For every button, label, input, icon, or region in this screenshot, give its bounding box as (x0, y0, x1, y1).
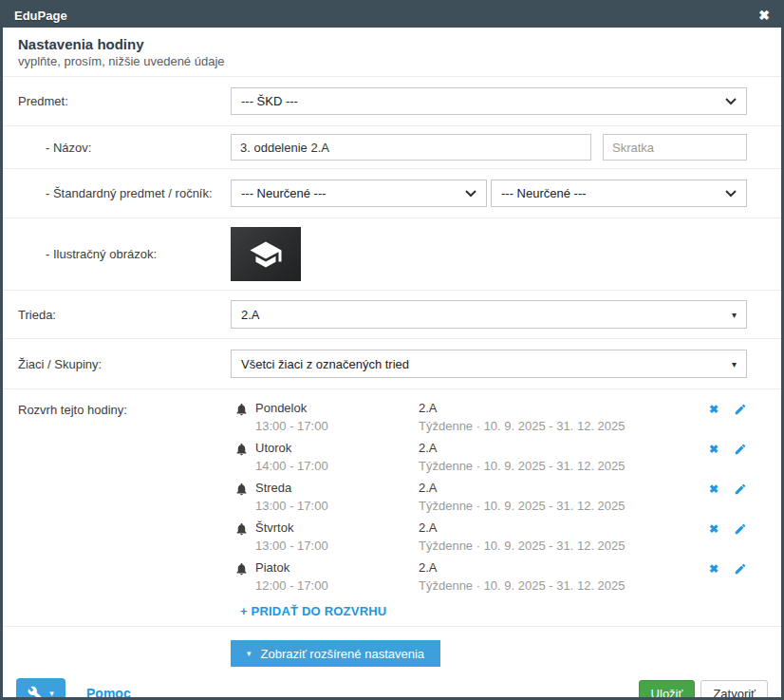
schedule-class: 2.A (419, 481, 709, 496)
schedule-time: 13:00 - 17:00 (255, 419, 419, 434)
schedule-entry: Pondelok 13:00 - 17:00 2.A Týždenne · 10… (231, 401, 747, 434)
standardny-rocnik-value: --- Neurčené --- (501, 186, 587, 200)
chevron-down-icon (725, 190, 737, 198)
delete-icon[interactable]: ✖ (709, 404, 719, 415)
predmet-select-value: --- ŠKD --- (241, 94, 298, 108)
standardny-rocnik-select[interactable]: --- Neurčené --- (491, 180, 747, 207)
schedule-recurrence: Týždenne · 10. 9. 2025 - 31. 12. 2025 (419, 539, 709, 554)
bell-icon (234, 482, 250, 501)
help-link[interactable]: Pomoc (86, 686, 131, 700)
rozvrh-label: Rozvrh tejto hodiny: (18, 401, 231, 417)
dialog-title: EduPage (14, 9, 67, 23)
edit-pencil-icon[interactable] (734, 562, 747, 576)
schedule-recurrence: Týždenne · 10. 9. 2025 - 31. 12. 2025 (419, 459, 709, 474)
schedule-entry: Utorok 14:00 - 17:00 2.A Týždenne · 10. … (231, 441, 747, 474)
standardny-label: - Štandardný predmet / ročník: (18, 186, 231, 200)
wrench-icon (28, 686, 44, 700)
graduation-cap-icon (249, 237, 283, 272)
settings-dialog: EduPage ✖ Nastavenia hodiny vyplňte, pro… (0, 0, 784, 700)
schedule-class: 2.A (419, 401, 709, 416)
ziaci-label: Žiaci / Skupiny: (18, 357, 231, 371)
add-to-schedule-link[interactable]: + PRIDAŤ DO ROZVRHU (240, 604, 386, 618)
obrazok-label: - Ilustračný obrázok: (18, 247, 231, 261)
tools-dropdown-button[interactable]: ▾ (16, 678, 65, 700)
ziaci-select-value: Všetci žiaci z označených tried (241, 357, 409, 371)
trieda-label: Trieda: (18, 308, 231, 322)
edit-pencil-icon[interactable] (734, 522, 747, 536)
bell-icon (234, 521, 250, 540)
delete-icon[interactable]: ✖ (709, 563, 719, 575)
illustration-image[interactable] (231, 227, 301, 281)
triangle-down-icon: ▾ (732, 310, 737, 320)
schedule-time: 12:00 - 17:00 (255, 578, 419, 594)
page-title: Nastavenia hodiny (18, 36, 766, 52)
schedule-entry: Piatok 12:00 - 17:00 2.A Týždenne · 10. … (231, 560, 747, 594)
advanced-button-label: Zobraziť rozšírené nastavenia (261, 647, 425, 661)
schedule-list: Pondelok 13:00 - 17:00 2.A Týždenne · 10… (231, 401, 747, 600)
nazov-input[interactable] (231, 134, 591, 161)
schedule-time: 14:00 - 17:00 (255, 459, 419, 474)
schedule-day: Piatok (255, 560, 419, 576)
skratka-input[interactable] (603, 134, 747, 161)
delete-icon[interactable]: ✖ (709, 523, 719, 535)
close-icon[interactable]: ✖ (758, 9, 770, 22)
schedule-recurrence: Týždenne · 10. 9. 2025 - 31. 12. 2025 (419, 578, 709, 594)
predmet-select[interactable]: --- ŠKD --- (231, 87, 747, 115)
ziaci-select[interactable]: Všetci žiaci z označených tried ▾ (231, 350, 747, 378)
nazov-row: - Názov: (3, 126, 781, 169)
bell-icon (234, 402, 250, 421)
triangle-down-icon: ▾ (732, 359, 737, 369)
delete-icon[interactable]: ✖ (709, 444, 719, 455)
nazov-label: - Názov: (18, 141, 231, 155)
schedule-time: 13:00 - 17:00 (255, 539, 419, 554)
schedule-time: 13:00 - 17:00 (255, 499, 419, 514)
schedule-day: Štvrtok (255, 520, 419, 536)
trieda-select-value: 2.A (241, 308, 260, 322)
schedule-day: Pondelok (255, 401, 419, 416)
trieda-select[interactable]: 2.A ▾ (231, 300, 747, 329)
standardny-row: - Štandardný predmet / ročník: --- Neurč… (3, 169, 781, 218)
edit-pencil-icon[interactable] (734, 482, 747, 496)
predmet-row: Predmet: --- ŠKD --- (3, 77, 781, 126)
triangle-down-icon: ▾ (247, 649, 252, 658)
edit-pencil-icon[interactable] (734, 443, 747, 456)
schedule-class: 2.A (419, 441, 709, 456)
schedule-entry: Streda 13:00 - 17:00 2.A Týždenne · 10. … (231, 481, 747, 514)
edit-pencil-icon[interactable] (734, 403, 747, 416)
save-button[interactable]: Uložiť (639, 680, 696, 700)
bell-icon (234, 561, 250, 580)
chevron-down-icon (725, 98, 737, 105)
obrazok-row: - Ilustračný obrázok: (3, 218, 781, 291)
schedule-class: 2.A (419, 520, 709, 536)
page-subtitle: vyplňte, prosím, nižšie uvedené údaje (18, 54, 766, 68)
standardny-predmet-value: --- Neurčené --- (241, 186, 327, 200)
rozvrh-row: Rozvrh tejto hodiny: Pondelok 13:00 - 17… (3, 389, 781, 627)
schedule-day: Utorok (255, 441, 419, 456)
ziaci-row: Žiaci / Skupiny: Všetci žiaci z označený… (3, 339, 781, 389)
trieda-row: Trieda: 2.A ▾ (3, 291, 781, 339)
schedule-class: 2.A (419, 560, 709, 576)
delete-icon[interactable]: ✖ (709, 483, 719, 495)
close-button[interactable]: Zatvoriť (700, 680, 768, 700)
chevron-down-icon (465, 190, 476, 198)
standardny-predmet-select[interactable]: --- Neurčené --- (231, 180, 487, 207)
schedule-recurrence: Týždenne · 10. 9. 2025 - 31. 12. 2025 (419, 419, 709, 434)
schedule-day: Streda (255, 481, 419, 496)
dialog-footer: ▾ Pomoc Uložiť Zatvoriť (3, 674, 781, 700)
show-advanced-settings-button[interactable]: ▾ Zobraziť rozšírené nastavenia (231, 640, 440, 667)
advanced-row: ▾ Zobraziť rozšírené nastavenia (3, 627, 781, 674)
schedule-recurrence: Týždenne · 10. 9. 2025 - 31. 12. 2025 (419, 499, 709, 514)
bell-icon (234, 442, 250, 461)
triangle-down-icon: ▾ (49, 689, 54, 698)
predmet-label: Predmet: (18, 94, 231, 108)
dialog-header: Nastavenia hodiny vyplňte, prosím, nižši… (3, 28, 781, 77)
schedule-entry: Štvrtok 13:00 - 17:00 2.A Týždenne · 10.… (231, 520, 747, 554)
dialog-titlebar: EduPage ✖ (3, 3, 781, 28)
